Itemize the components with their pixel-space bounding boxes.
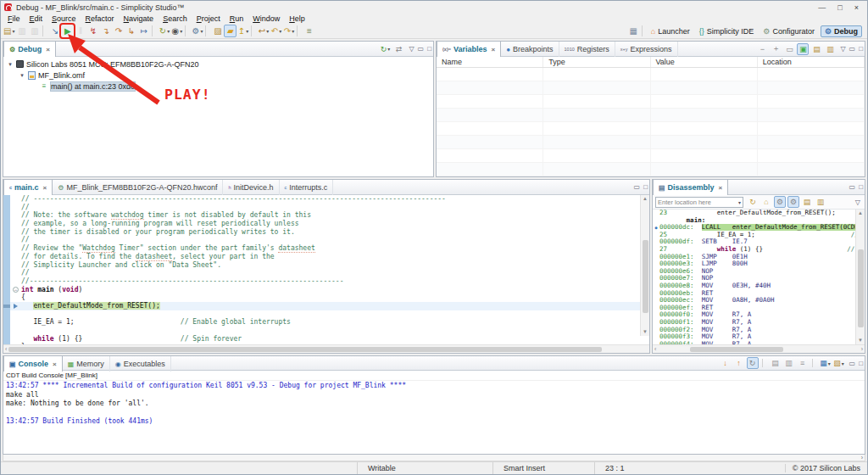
last-edit-location-icon[interactable]: ↩▾ [257,25,270,37]
pin-console-icon[interactable]: ↻ [747,357,759,369]
next-console-icon[interactable]: ↓ [720,357,732,369]
reset-device-icon[interactable]: ↯ [86,25,99,37]
save-all-icon[interactable]: ▥ [28,25,41,37]
menu-window[interactable]: Window [248,14,284,23]
profile-as-icon[interactable]: ↻▾ [158,25,170,37]
minimize-view-icon[interactable]: ▭ [632,183,643,191]
step-into-icon[interactable]: ↴ [99,25,112,37]
vars-tab-variables[interactable]: (x)=Variables× [437,42,501,57]
disasm-tab-disassembly[interactable]: ▤Disassembly× [653,180,728,195]
pin-view-icon[interactable]: ▤ [801,196,813,208]
disasm-vertical-scrollbar[interactable]: ▲▼ [855,210,865,344]
open-new-view-icon[interactable]: ▥ [824,43,836,55]
disassembly-code[interactable]: 23 enter_DefaultMode_from_RESET(); main:… [653,210,865,344]
editor-vertical-scrollbar[interactable]: ▲▼ [640,195,649,336]
menu-search[interactable]: Search [159,14,192,23]
minimize-view-icon[interactable]: ▭ [848,45,858,53]
menu-file[interactable]: File [3,14,25,23]
vars-tab-breakpoints[interactable]: ●Breakpoints [501,42,559,57]
close-tab-icon[interactable]: × [719,184,723,192]
close-tab-icon[interactable]: × [491,46,495,53]
back-icon[interactable]: ↶▾ [270,25,282,37]
menu-project[interactable]: Project [192,14,225,23]
perspective-configurator[interactable]: ⚙Configurator [760,26,818,36]
column-header-value[interactable]: Value [651,57,758,67]
perspective-debug[interactable]: ⚙Debug [821,25,862,37]
show-source-icon[interactable]: ⚙ [774,196,786,208]
forward-icon[interactable]: ↷▾ [282,25,295,37]
flash-programmer-icon[interactable]: ▰ [224,25,236,37]
menu-help[interactable]: Help [285,14,309,23]
new-debug-session-icon[interactable]: ↻▾ [379,43,391,55]
view-menu-icon[interactable]: ▽ [854,198,862,206]
open-perspective-icon[interactable]: ▦ [627,25,640,37]
clear-console-icon[interactable]: ▤ [770,357,782,369]
capture-screenshot-icon[interactable]: ◉▾ [170,25,183,37]
menu-source[interactable]: Source [47,14,81,23]
maximize-view-icon[interactable]: □ [857,183,865,191]
maximize-window-icon[interactable]: □ [837,3,842,12]
pin-view-icon[interactable]: ▤ [810,43,822,55]
fold-collapse-icon[interactable]: − [13,287,19,293]
collapse-all-icon[interactable]: ▭ [783,43,795,55]
view-menu-icon[interactable]: ▽ [838,45,847,53]
console-horizontal-scrollbar[interactable]: › [3,455,865,461]
show-type-names-icon[interactable]: − [756,43,768,55]
display-selected-console-icon[interactable]: ▦▾ [820,357,832,369]
editor-tab-mf-blink-efm8bb10f2g-a-qfn20-hwconf[interactable]: ⚙MF_Blink_EFM8BB10F2G-A-QFN20.hwconf [53,180,223,195]
save-icon[interactable]: ▥ [15,25,28,37]
maximize-view-icon[interactable]: □ [642,183,649,191]
minimize-view-icon[interactable]: ▭ [848,360,858,367]
editor-tab-interrupts-c[interactable]: cInterrupts.c [280,180,334,195]
open-console-icon[interactable]: ▧▾ [833,357,845,369]
suspend-icon[interactable]: ‖ [74,25,86,37]
menu-run[interactable]: Run [225,14,248,23]
maximize-view-icon[interactable]: □ [857,45,865,53]
console-tab-executables[interactable]: ◉Executables [110,356,171,372]
tree-item-main-at-main-c-23-0xdc[interactable]: ≡main() at main.c:23 0xdc [3,81,433,92]
expander-icon[interactable]: ▾ [7,61,14,68]
maximize-view-icon[interactable]: □ [857,360,865,367]
open-new-view-icon[interactable]: ▥ [815,196,826,208]
menu-navigate[interactable]: Navigate [120,14,159,23]
perspective-launcher[interactable]: ⌂Launcher [648,26,693,36]
word-wrap-icon[interactable]: ≡ [797,357,809,369]
column-header-name[interactable]: Name [437,57,543,67]
menu-edit[interactable]: Edit [25,14,47,23]
instruction-stepping-icon[interactable]: ↦ [137,25,150,37]
close-window-icon[interactable]: × [854,3,859,12]
step-over-icon[interactable]: ↷ [112,25,125,37]
new-wizard-icon[interactable]: ▤▾ [3,25,15,37]
link-with-editor-icon[interactable]: ≡ [303,25,315,37]
editor-tab-main-c[interactable]: cmain.c× [3,180,53,195]
debug-configurations-icon[interactable]: ⚙▾ [191,25,203,37]
step-return-icon[interactable]: ↳ [125,25,137,37]
column-header-type[interactable]: Type [543,57,650,67]
vars-tab-expressions[interactable]: x+yExpressions [615,42,678,57]
column-header-location[interactable]: Location [758,57,865,67]
sync-with-source-icon[interactable]: ⚙ [787,196,799,208]
disasm-horizontal-scrollbar[interactable]: ‹› [653,344,865,353]
editor-tab-initdevice-h[interactable]: hInitDevice.h [223,180,279,195]
view-menu-icon[interactable]: ▽ [407,45,415,53]
maximize-view-icon[interactable]: □ [426,45,433,53]
previous-console-icon[interactable]: ↑ [733,357,745,369]
resume-icon[interactable]: ▶ [61,25,74,37]
show-logical-structure-icon[interactable]: ＋ [770,43,782,55]
connect-disconnect-icon[interactable]: ⇄ [392,43,404,55]
close-tab-icon[interactable]: × [46,46,50,53]
tree-item-silicon-labs-8051-mcu-efm8bb[interactable]: ▾Silicon Labs 8051 MCU: EFM8BB10F2G-A-QF… [3,59,433,70]
home-icon[interactable]: ⌂ [760,196,772,208]
console-tab-memory[interactable]: ▦Memory [63,356,110,372]
code-editor[interactable]: // -------------------------------------… [3,195,649,344]
energy-profiler-icon[interactable]: ↥▾ [236,25,249,37]
open-project-icon[interactable]: ▨ [211,25,224,37]
close-tab-icon[interactable]: × [53,360,57,368]
perspective-simplicity-ide[interactable]: {}Simplicity IDE [696,26,758,36]
tree-item-mf-blink-omf[interactable]: ▾MF_Blink.omf [3,70,433,81]
location-combo[interactable]: Enter location here▾ [655,197,743,208]
minimize-window-icon[interactable]: — [818,3,826,12]
debug-tab-debug[interactable]: ⚙Debug× [3,42,56,57]
minimize-view-icon[interactable]: ▭ [848,183,858,191]
editor-horizontal-scrollbar[interactable]: ‹ [3,344,649,353]
